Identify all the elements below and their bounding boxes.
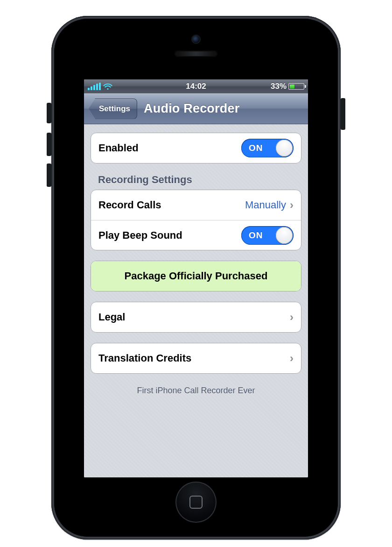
page-canvas: 14:02 33% Settings Audio Recorder — [0, 0, 392, 547]
status-battery-percent: 33% — [271, 82, 287, 91]
battery-icon — [288, 83, 304, 90]
mute-switch[interactable] — [47, 103, 51, 123]
chevron-right-icon: › — [290, 311, 294, 324]
home-button[interactable] — [175, 482, 217, 523]
row-enabled-label: Enabled — [98, 142, 139, 154]
front-camera-icon — [192, 36, 200, 43]
row-record-calls[interactable]: Record Calls Manually › — [91, 190, 301, 220]
phone-bezel: 14:02 33% Settings Audio Recorder — [54, 19, 338, 537]
chevron-right-icon: › — [290, 199, 294, 212]
phone-frame: 14:02 33% Settings Audio Recorder — [51, 16, 341, 540]
row-play-beep-label: Play Beep Sound — [98, 229, 182, 242]
group-recording-header: Recording Settings — [91, 174, 301, 190]
row-credits-label: Translation Credits — [98, 352, 191, 364]
group-credits: Translation Credits › — [91, 343, 301, 374]
row-record-calls-value: Manually — [245, 199, 286, 211]
group-recording: Recording Settings Record Calls Manually… — [91, 174, 301, 250]
toggle-play-beep-state: ON — [249, 230, 263, 241]
back-button[interactable]: Settings — [89, 99, 137, 119]
wifi-icon — [103, 83, 112, 90]
row-play-beep: Play Beep Sound ON — [91, 220, 301, 250]
group-purchase: Package Officially Purchased — [91, 261, 301, 291]
row-translation-credits[interactable]: Translation Credits › — [91, 343, 301, 373]
row-purchase-status: Package Officially Purchased — [91, 261, 301, 291]
status-bar: 14:02 33% — [84, 79, 308, 93]
footer-caption: First iPhone Call Recorder Ever — [91, 384, 301, 396]
row-purchase-label: Package Officially Purchased — [125, 270, 268, 282]
status-time: 14:02 — [160, 82, 232, 91]
settings-content[interactable]: Enabled ON Recording Settings — [84, 124, 308, 477]
group-main: Enabled ON — [91, 133, 301, 163]
row-enabled: Enabled ON — [91, 133, 301, 163]
cellular-signal-icon — [88, 83, 101, 90]
nav-bar: Settings Audio Recorder — [84, 93, 308, 124]
toggle-enabled[interactable]: ON — [241, 139, 294, 157]
row-record-calls-label: Record Calls — [98, 199, 161, 211]
toggle-knob-icon — [276, 140, 293, 156]
back-button-label: Settings — [99, 104, 130, 114]
earpiece-icon — [175, 50, 217, 57]
home-button-glyph — [189, 496, 203, 509]
volume-down-button[interactable] — [47, 163, 51, 187]
group-legal: Legal › — [91, 302, 301, 333]
toggle-enabled-state: ON — [249, 143, 263, 153]
page-title: Audio Recorder — [144, 101, 239, 116]
chevron-right-icon: › — [290, 352, 294, 365]
toggle-knob-icon — [276, 227, 293, 244]
row-legal[interactable]: Legal › — [91, 302, 301, 332]
volume-up-button[interactable] — [47, 133, 51, 156]
toggle-play-beep[interactable]: ON — [241, 226, 294, 245]
row-legal-label: Legal — [98, 311, 125, 323]
power-button[interactable] — [341, 98, 345, 130]
screen: 14:02 33% Settings Audio Recorder — [84, 79, 308, 477]
